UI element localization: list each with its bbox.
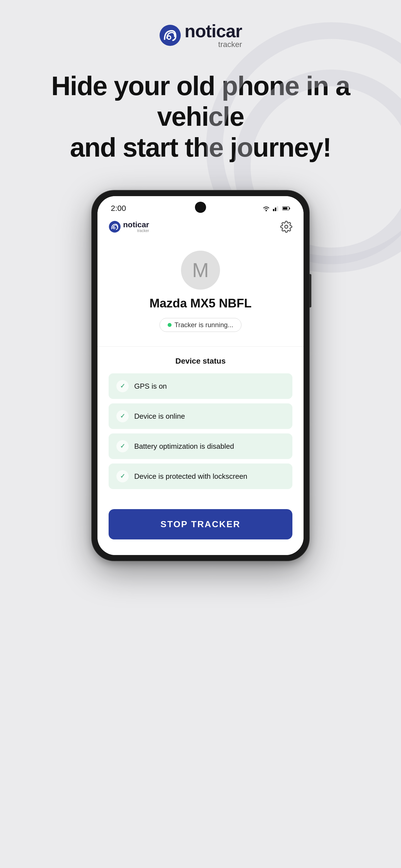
status-icons [262,205,290,211]
hero-heading: Hide your old phone in a vehicle and sta… [22,71,379,163]
app-logo: noticar tracker [109,221,149,233]
status-item-battery-label: Battery optimization is disabled [134,442,234,451]
svg-rect-4 [273,209,274,211]
camera-notch [195,202,206,213]
svg-point-3 [266,210,267,211]
logo-sub: tracker [184,41,242,49]
svg-point-2 [168,36,170,39]
tracker-status-text: Tracker is running... [174,321,233,329]
app-logo-brand: noticar [123,221,149,229]
header-logo-area: noticar tracker [159,22,242,49]
logo-brand: noticar [184,22,242,40]
gear-icon[interactable] [280,221,292,233]
logo-text: noticar tracker [184,22,242,49]
app-logo-icon [109,221,121,233]
status-item-battery: ✓ Battery optimization is disabled [109,433,292,459]
stop-tracker-button[interactable]: STOP TRACKER [109,509,292,539]
avatar-letter: M [192,259,209,282]
status-item-online-label: Device is online [134,412,185,421]
device-status-title: Device status [109,356,292,366]
phone-screen: 2:00 [97,196,304,555]
app-logo-sub: tracker [123,229,149,232]
status-item-gps-label: GPS is on [134,382,167,391]
status-time: 2:00 [111,204,126,213]
avatar: M [181,251,220,289]
vehicle-name: Mazda MX5 NBFL [149,296,252,310]
svg-point-10 [109,221,121,232]
device-status-section: Device status ✓ GPS is on ✓ Device is on… [97,347,304,500]
status-item-lockscreen-label: Device is protected with lockscreen [134,472,247,481]
noticar-logo-icon [159,24,181,46]
svg-rect-6 [277,206,278,211]
check-icon-battery: ✓ [116,440,128,452]
svg-rect-9 [283,207,287,210]
phone-frame: 2:00 [92,191,309,561]
signal-icon [273,206,280,211]
svg-point-13 [285,225,288,228]
hero-section: Hide your old phone in a vehicle and sta… [0,71,401,163]
status-item-gps: ✓ GPS is on [109,373,292,399]
check-icon-lockscreen: ✓ [116,470,128,483]
battery-icon [282,206,290,211]
check-icon-gps: ✓ [116,380,128,392]
phone-mockup: 2:00 [92,191,309,561]
status-items-list: ✓ GPS is on ✓ Device is online ✓ [109,373,292,489]
stop-tracker-label: STOP TRACKER [161,519,240,529]
wifi-icon [262,205,270,211]
svg-point-12 [114,227,115,228]
status-bar: 2:00 [97,196,304,215]
status-dot [168,323,172,327]
app-header: noticar tracker [97,215,304,240]
svg-point-0 [160,25,181,46]
app-logo-text: noticar tracker [123,221,149,232]
tracker-status-badge: Tracker is running... [160,318,241,332]
status-item-lockscreen: ✓ Device is protected with lockscreen [109,464,292,489]
svg-rect-8 [289,208,290,209]
svg-rect-5 [275,208,276,211]
stop-tracker-section: STOP TRACKER [97,500,304,555]
profile-section: M Mazda MX5 NBFL Tracker is running... [97,240,304,346]
check-icon-online: ✓ [116,410,128,422]
status-item-online: ✓ Device is online [109,403,292,429]
